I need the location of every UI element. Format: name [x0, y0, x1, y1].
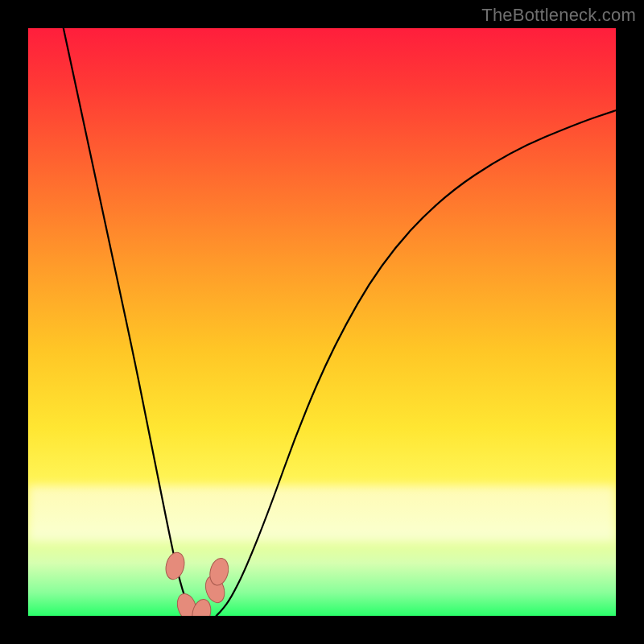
- trough-marker: [163, 551, 188, 581]
- plot-area: [28, 28, 616, 616]
- curve-right-branch: [217, 110, 616, 616]
- curve-layer: [28, 28, 616, 616]
- chart-frame: TheBottleneck.com: [0, 0, 644, 644]
- curve-left-branch: [64, 28, 196, 616]
- watermark-text: TheBottleneck.com: [481, 5, 636, 26]
